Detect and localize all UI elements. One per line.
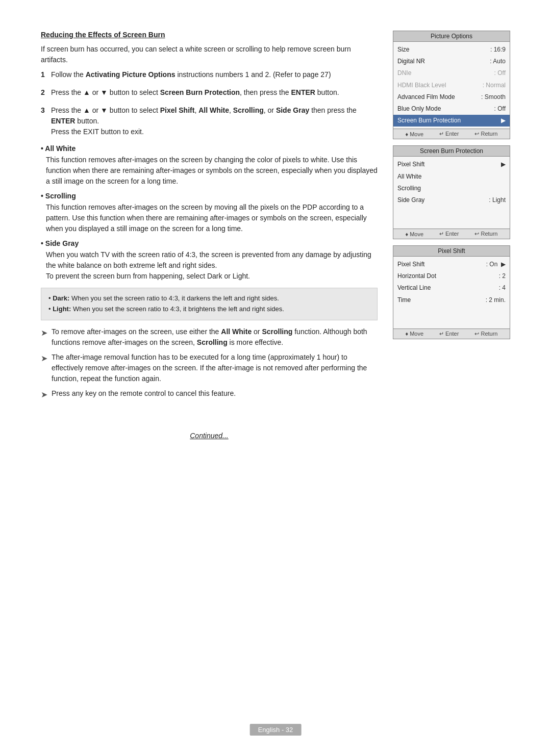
footer-enter: ↵ Enter: [439, 131, 459, 137]
footer-enter-2: ↵ Enter: [439, 231, 459, 237]
footer-return: ↩ Return: [474, 131, 497, 137]
note-2: ➤ The after-image removal function has t…: [41, 352, 378, 384]
po-item-hdmi: HDMI Black Level : Normal: [393, 80, 510, 91]
page: Reducing the Effects of Screen Burn If s…: [0, 0, 551, 756]
screen-burn-menu: Screen Burn Protection Pixel Shift ▶ All…: [393, 145, 510, 239]
continued-text: Continued...: [41, 432, 378, 440]
arrow-icon-2: ➤: [41, 352, 47, 365]
pixel-shift-title: Pixel Shift: [393, 246, 510, 257]
screen-burn-title: Screen Burn Protection: [393, 146, 510, 157]
po-item-dnie: DNIe : Off: [393, 67, 510, 79]
sb-item-scrolling[interactable]: Scrolling: [393, 183, 510, 194]
sb-spacer: [393, 206, 510, 226]
arrow-icon-3: ➤: [41, 389, 47, 401]
page-footer: English - 32: [250, 724, 302, 736]
ps-spacer: [393, 306, 510, 326]
bullet-scrolling: Scrolling This function removes after-im…: [41, 192, 378, 234]
bullet-scrolling-title: Scrolling: [41, 192, 378, 200]
footer-enter-3: ↵ Enter: [439, 331, 459, 337]
page-title: Reducing the Effects of Screen Burn: [41, 31, 378, 39]
note-list: ➤ To remove after-images on the screen, …: [41, 326, 378, 401]
step-3-num: 3: [41, 105, 51, 137]
note-3-text: Press any key on the remote control to c…: [52, 388, 236, 399]
bullet-all-white: All White This function removes after-im…: [41, 144, 378, 187]
note-1: ➤ To remove after-images on the screen, …: [41, 326, 378, 348]
footer-move: ♦ Move: [405, 131, 423, 137]
step-1: 1 Follow the Activating Picture Options …: [41, 69, 378, 80]
sb-item-side-gray[interactable]: Side Gray : Light: [393, 194, 510, 206]
footer-return-2: ↩ Return: [474, 231, 497, 237]
screen-burn-footer: ♦ Move ↵ Enter ↩ Return: [393, 229, 510, 239]
po-item-digital-nr: Digital NR : Auto: [393, 56, 510, 67]
pixel-shift-footer: ♦ Move ↵ Enter ↩ Return: [393, 329, 510, 339]
sb-item-pixel-shift[interactable]: Pixel Shift ▶: [393, 159, 510, 170]
bullet-side-gray-body: When you watch TV with the screen ratio …: [41, 249, 378, 282]
intro-text: If screen burn has occurred, you can sel…: [41, 44, 378, 65]
screen-burn-items: Pixel Shift ▶ All White Scrolling Side G…: [393, 157, 510, 229]
po-item-film: Advanced Film Mode : Smooth: [393, 91, 510, 103]
pixel-shift-items: Pixel Shift : On ▶ Horizontal Dot : 2 Ve…: [393, 257, 510, 329]
ps-item-time: Time : 2 min.: [393, 294, 510, 306]
arrow-icon-1: ➤: [41, 327, 47, 339]
pixel-shift-menu: Pixel Shift Pixel Shift : On ▶ Horizonta…: [393, 245, 510, 339]
grey-box: • Dark: When you set the screen ratio to…: [41, 288, 378, 320]
picture-options-title: Picture Options: [393, 31, 510, 42]
picture-options-menu: Picture Options Size : 16:9 Digital NR :…: [393, 31, 510, 139]
main-content: Reducing the Effects of Screen Burn If s…: [41, 31, 510, 440]
step-2: 2 Press the ▲ or ▼ button to select Scre…: [41, 87, 378, 98]
ps-item-vert-line: Vertical Line : 4: [393, 282, 510, 294]
footer-return-3: ↩ Return: [474, 331, 497, 337]
footer-move-3: ♦ Move: [405, 331, 423, 337]
po-item-size: Size : 16:9: [393, 44, 510, 56]
left-column: Reducing the Effects of Screen Burn If s…: [41, 31, 378, 440]
step-3-content: Press the ▲ or ▼ button to select Pixel …: [51, 105, 378, 137]
bullet-scrolling-body: This function removes after-images on th…: [41, 202, 378, 234]
step-2-num: 2: [41, 87, 51, 98]
sb-item-all-white[interactable]: All White: [393, 171, 510, 183]
step-1-num: 1: [41, 69, 51, 80]
ps-item-horiz-dot: Horizontal Dot : 2: [393, 270, 510, 282]
right-column: Picture Options Size : 16:9 Digital NR :…: [393, 31, 510, 440]
note-2-text: The after-image removal function has to …: [52, 352, 378, 384]
ps-item-pixel-shift[interactable]: Pixel Shift : On ▶: [393, 259, 510, 270]
note-1-text: To remove after-images on the screen, us…: [52, 326, 378, 348]
po-item-blue: Blue Only Mode : Off: [393, 103, 510, 115]
note-3: ➤ Press any key on the remote control to…: [41, 388, 378, 401]
footer-move-2: ♦ Move: [405, 231, 423, 237]
bullet-all-white-title: All White: [41, 144, 378, 153]
bullet-side-gray-title: Side Gray: [41, 239, 378, 247]
step-1-content: Follow the Activating Picture Options in…: [51, 69, 378, 80]
step-3: 3 Press the ▲ or ▼ button to select Pixe…: [41, 105, 378, 137]
bullet-side-gray: Side Gray When you watch TV with the scr…: [41, 239, 378, 282]
po-item-screen-burn[interactable]: Screen Burn Protection ▶: [393, 115, 510, 127]
grey-box-item-light: • Light: When you set the screen ratio t…: [48, 304, 370, 315]
step-2-content: Press the ▲ or ▼ button to select Screen…: [51, 87, 378, 98]
picture-options-items: Size : 16:9 Digital NR : Auto DNIe : Off…: [393, 42, 510, 129]
bullet-all-white-body: This function removes after-images on th…: [41, 155, 378, 187]
grey-box-item-dark: • Dark: When you set the screen ratio to…: [48, 293, 370, 304]
picture-options-footer: ♦ Move ↵ Enter ↩ Return: [393, 129, 510, 139]
